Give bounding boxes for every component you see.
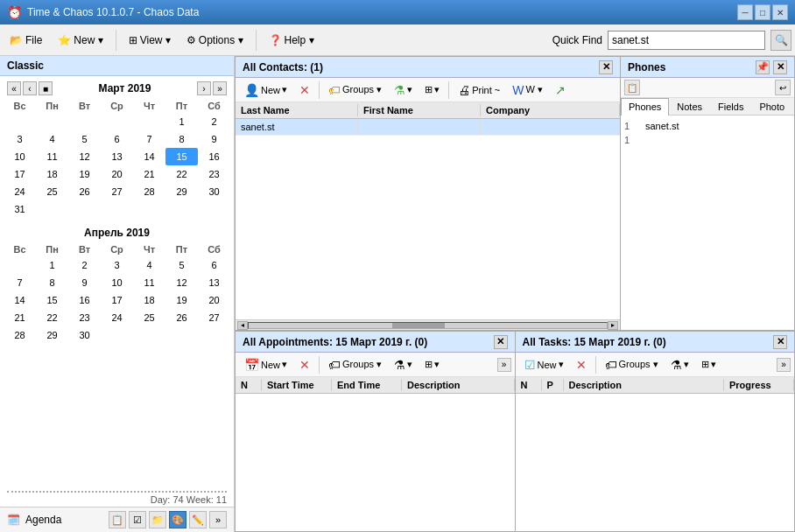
cal-day[interactable]: 12: [165, 274, 198, 291]
cal-day[interactable]: 5: [165, 256, 198, 274]
appt-new-btn[interactable]: 📅 New ▾: [239, 355, 292, 374]
phones-close-btn[interactable]: ✕: [773, 60, 787, 74]
menu-new[interactable]: ⭐ New ▾: [52, 31, 109, 50]
contacts-filter-btn[interactable]: ⚗ ▾: [389, 80, 418, 100]
cal-day[interactable]: [133, 200, 165, 218]
menu-view[interactable]: ⊞ View ▾: [123, 31, 177, 50]
appt-delete-btn[interactable]: ✕: [294, 355, 315, 374]
minimize-button[interactable]: ─: [737, 4, 753, 20]
cal-day[interactable]: 2: [68, 256, 101, 274]
cal-day[interactable]: 18: [36, 165, 68, 183]
cal-day[interactable]: 28: [133, 183, 165, 200]
agenda-icon-btn-2[interactable]: ☑: [129, 511, 146, 528]
cal-day[interactable]: 6: [198, 256, 230, 274]
agenda-icon-btn-5[interactable]: ✏️: [189, 511, 207, 528]
cal-day[interactable]: 22: [165, 165, 198, 183]
cal-day[interactable]: [36, 200, 68, 218]
cal-day[interactable]: 13: [101, 148, 133, 165]
contact-row[interactable]: sanet.st: [236, 119, 620, 136]
cal-day[interactable]: 5: [68, 130, 101, 148]
cal-day[interactable]: [68, 200, 101, 218]
hscroll-track[interactable]: [248, 322, 608, 329]
contacts-close-btn[interactable]: ✕: [599, 60, 613, 74]
tasks-close-btn[interactable]: ✕: [773, 335, 787, 349]
cal-day[interactable]: 7: [133, 130, 165, 148]
appt-filter-btn[interactable]: ⚗ ▾: [389, 355, 418, 374]
search-button[interactable]: 🔍: [770, 30, 791, 51]
cal-day[interactable]: 9: [68, 274, 101, 291]
tasks-groups-btn[interactable]: 🏷 Groups ▾: [600, 355, 664, 374]
cal-day[interactable]: 24: [4, 183, 36, 200]
cal-day[interactable]: [4, 113, 36, 130]
cal-day[interactable]: 11: [36, 148, 68, 165]
cal-day[interactable]: 22: [36, 309, 68, 326]
contacts-export-btn[interactable]: ↗: [550, 80, 571, 100]
cal-day[interactable]: 21: [133, 165, 165, 183]
cal-day[interactable]: 3: [101, 256, 133, 274]
agenda-icon-btn-4[interactable]: 🎨: [169, 511, 186, 528]
cal-day[interactable]: 17: [4, 165, 36, 183]
tasks-new-btn[interactable]: ☑ New ▾: [519, 355, 569, 374]
tasks-more-btn[interactable]: »: [777, 358, 791, 372]
cal-day[interactable]: 30: [198, 183, 230, 200]
appt-more-btn[interactable]: »: [497, 358, 511, 372]
tab-notes[interactable]: Notes: [669, 98, 710, 115]
cal-day[interactable]: [198, 200, 230, 218]
tab-fields[interactable]: Fields: [710, 98, 751, 115]
hscroll-thumb[interactable]: [392, 323, 445, 328]
cal-day[interactable]: 29: [36, 326, 68, 344]
cal-day[interactable]: 2: [198, 113, 230, 130]
cal-day[interactable]: 17: [101, 291, 133, 309]
cal-day[interactable]: 31: [4, 200, 36, 218]
cal-day[interactable]: 12: [68, 148, 101, 165]
cal-day[interactable]: 26: [68, 183, 101, 200]
cal-day[interactable]: 26: [165, 309, 198, 326]
cal-day[interactable]: 8: [165, 130, 198, 148]
appt-extra-btn[interactable]: ⊞ ▾: [419, 356, 445, 373]
cal-day[interactable]: 16: [198, 148, 230, 165]
close-button[interactable]: ✕: [772, 4, 788, 20]
menu-options[interactable]: ⚙ Options ▾: [180, 31, 250, 50]
cal-day[interactable]: 14: [4, 291, 36, 309]
cal-day[interactable]: [68, 113, 101, 130]
cal-day[interactable]: 27: [101, 183, 133, 200]
agenda-icon-btn-3[interactable]: 📁: [149, 511, 166, 528]
cal-day[interactable]: 4: [36, 130, 68, 148]
cal-day[interactable]: 11: [133, 274, 165, 291]
maximize-button[interactable]: □: [755, 4, 770, 20]
cal-day[interactable]: 15: [36, 291, 68, 309]
cal-day[interactable]: 19: [165, 291, 198, 309]
cal-day[interactable]: 23: [198, 165, 230, 183]
cal-day[interactable]: 3: [4, 130, 36, 148]
next-month-btn[interactable]: ›: [197, 81, 211, 95]
agenda-expand-btn[interactable]: »: [209, 511, 227, 528]
contacts-extra-btn[interactable]: ⊞ ▾: [419, 81, 445, 98]
tasks-delete-btn[interactable]: ✕: [571, 355, 592, 374]
cal-day[interactable]: [165, 326, 198, 344]
cal-day[interactable]: 30: [68, 326, 101, 344]
cal-day[interactable]: 24: [101, 309, 133, 326]
cal-day[interactable]: 4: [133, 256, 165, 274]
cal-day[interactable]: 16: [68, 291, 101, 309]
cal-day[interactable]: 10: [101, 274, 133, 291]
cal-day[interactable]: 9: [198, 130, 230, 148]
cal-day[interactable]: 28: [4, 326, 36, 344]
prev-month-btn[interactable]: ‹: [23, 81, 37, 95]
cal-day[interactable]: 20: [101, 165, 133, 183]
cal-day[interactable]: 13: [198, 274, 230, 291]
cal-day[interactable]: 14: [133, 148, 165, 165]
cal-day[interactable]: [36, 113, 68, 130]
tab-phones[interactable]: Phones: [621, 98, 669, 116]
cal-day[interactable]: 20: [198, 291, 230, 309]
cal-day[interactable]: 7: [4, 274, 36, 291]
hscroll-left-btn[interactable]: ◂: [237, 321, 248, 330]
cal-day[interactable]: 25: [133, 309, 165, 326]
agenda-icon-btn-1[interactable]: 📋: [109, 511, 126, 528]
cal-day[interactable]: 10: [4, 148, 36, 165]
phones-action-btn-1[interactable]: 📋: [624, 80, 640, 95]
cal-day[interactable]: [101, 200, 133, 218]
contacts-print-btn[interactable]: 🖨 Print ~: [453, 80, 505, 100]
phones-pin-btn[interactable]: 📌: [756, 60, 770, 74]
hscroll-right-btn[interactable]: ▸: [608, 321, 618, 330]
contacts-word-btn[interactable]: W W ▾: [507, 80, 548, 100]
